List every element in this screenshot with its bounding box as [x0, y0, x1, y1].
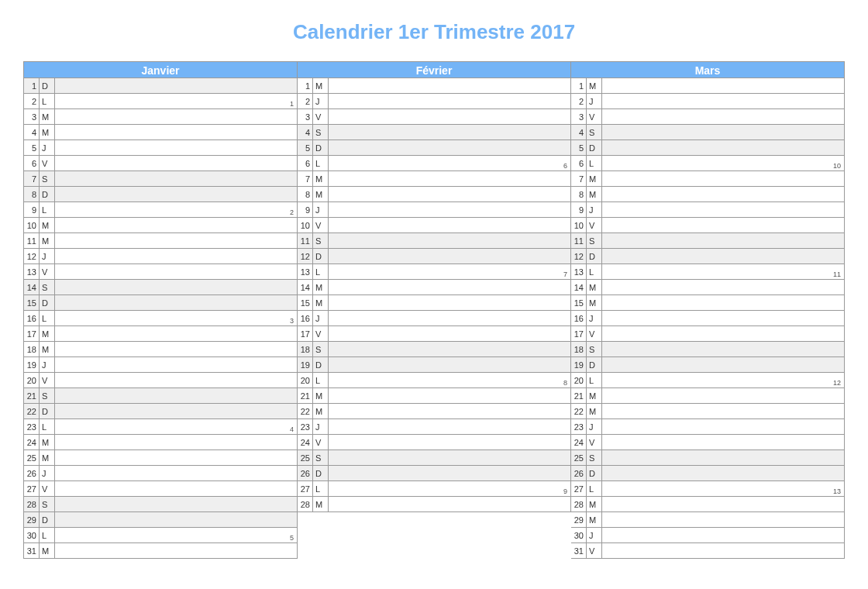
- day-row: 14M: [571, 280, 844, 295]
- day-number: 7: [571, 171, 587, 186]
- day-notes: [602, 280, 844, 294]
- week-number: 1: [290, 100, 294, 108]
- day-number: 19: [24, 357, 40, 372]
- day-number: 9: [571, 202, 587, 217]
- day-row: 22D: [24, 404, 297, 419]
- week-number: 11: [833, 270, 841, 278]
- day-row: 31V: [571, 543, 844, 559]
- day-notes: [329, 280, 570, 294]
- day-row: 21M: [298, 388, 570, 404]
- day-row: 22M: [571, 404, 844, 419]
- day-notes: [329, 311, 570, 326]
- day-number: 27: [298, 481, 313, 496]
- month-header: Mars: [571, 61, 844, 78]
- day-notes: [55, 218, 297, 232]
- day-number: 4: [571, 125, 587, 140]
- day-of-week: S: [40, 171, 55, 186]
- day-row: 6L6: [298, 156, 570, 171]
- day-row: 15M: [298, 295, 570, 311]
- day-notes: [55, 233, 297, 248]
- day-of-week: M: [587, 388, 602, 403]
- day-of-week: L: [40, 202, 55, 217]
- day-of-week: M: [313, 280, 329, 294]
- day-notes: 5: [55, 528, 297, 542]
- day-of-week: D: [587, 357, 602, 372]
- day-row: 16J: [571, 311, 844, 326]
- day-notes: [329, 218, 570, 232]
- day-of-week: D: [587, 466, 602, 480]
- day-notes: [55, 171, 297, 186]
- day-of-week: M: [313, 187, 329, 202]
- day-number: 20: [298, 373, 313, 388]
- day-of-week: V: [40, 156, 55, 170]
- day-of-week: J: [40, 357, 55, 372]
- day-of-week: M: [40, 233, 55, 248]
- day-number: 12: [24, 249, 40, 264]
- day-row: 18S: [571, 342, 844, 357]
- day-row: 20L8: [298, 373, 570, 388]
- day-of-week: S: [313, 450, 329, 465]
- day-row: 4S: [571, 125, 844, 140]
- day-notes: [329, 249, 570, 264]
- day-notes: 13: [602, 481, 844, 496]
- day-number: 1: [24, 78, 40, 93]
- day-of-week: S: [313, 342, 329, 356]
- day-of-week: M: [587, 497, 602, 512]
- day-number: 14: [24, 280, 40, 294]
- day-of-week: S: [313, 233, 329, 248]
- day-row: 4S: [298, 125, 570, 140]
- day-row: 5J: [24, 140, 297, 156]
- day-row: 9J: [571, 202, 844, 218]
- month-column: Mars1M2J3V4S5D6L107M8M9J10V11S12D13L1114…: [571, 61, 845, 559]
- week-number: 8: [563, 379, 567, 387]
- day-of-week: M: [313, 78, 329, 93]
- day-of-week: M: [40, 435, 55, 450]
- day-number: 17: [298, 326, 313, 341]
- day-notes: [55, 125, 297, 140]
- day-notes: [55, 481, 297, 496]
- day-number: 26: [24, 466, 40, 480]
- day-notes: [55, 295, 297, 310]
- day-of-week: M: [587, 280, 602, 294]
- day-number: 9: [24, 202, 40, 217]
- day-row: 10V: [571, 218, 844, 233]
- day-of-week: S: [587, 233, 602, 248]
- day-number: 6: [571, 156, 587, 170]
- calendar-page: Calendrier 1er Trimestre 2017 Janvier1D2…: [0, 0, 868, 559]
- day-notes: [602, 435, 844, 450]
- month-column: Février1M2J3V4S5D6L67M8M9J10V11S12D13L71…: [298, 61, 571, 512]
- day-notes: [602, 140, 844, 155]
- day-number: 11: [298, 233, 313, 248]
- day-number: 2: [298, 94, 313, 108]
- day-number: 25: [24, 450, 40, 465]
- day-of-week: J: [587, 528, 602, 542]
- month-header: Février: [298, 61, 570, 78]
- day-number: 3: [24, 109, 40, 124]
- day-notes: [55, 264, 297, 279]
- day-row: 21M: [571, 388, 844, 404]
- day-of-week: V: [40, 373, 55, 388]
- day-number: 1: [571, 78, 587, 93]
- day-notes: [602, 419, 844, 434]
- day-notes: [602, 342, 844, 356]
- day-row: 7M: [298, 171, 570, 187]
- day-number: 20: [24, 373, 40, 388]
- day-of-week: J: [313, 419, 329, 434]
- day-notes: [602, 497, 844, 512]
- day-number: 13: [24, 264, 40, 279]
- day-of-week: D: [40, 512, 55, 527]
- day-notes: [55, 280, 297, 294]
- day-notes: [602, 466, 844, 480]
- day-notes: [602, 233, 844, 248]
- day-of-week: L: [587, 373, 602, 388]
- day-row: 15M: [571, 295, 844, 311]
- day-number: 30: [24, 528, 40, 542]
- day-of-week: M: [40, 326, 55, 341]
- day-row: 27L13: [571, 481, 844, 497]
- day-number: 5: [24, 140, 40, 155]
- day-notes: [329, 171, 570, 186]
- day-row: 30J: [571, 528, 844, 543]
- day-notes: [55, 109, 297, 124]
- day-row: 2L1: [24, 94, 297, 109]
- day-number: 29: [571, 512, 587, 527]
